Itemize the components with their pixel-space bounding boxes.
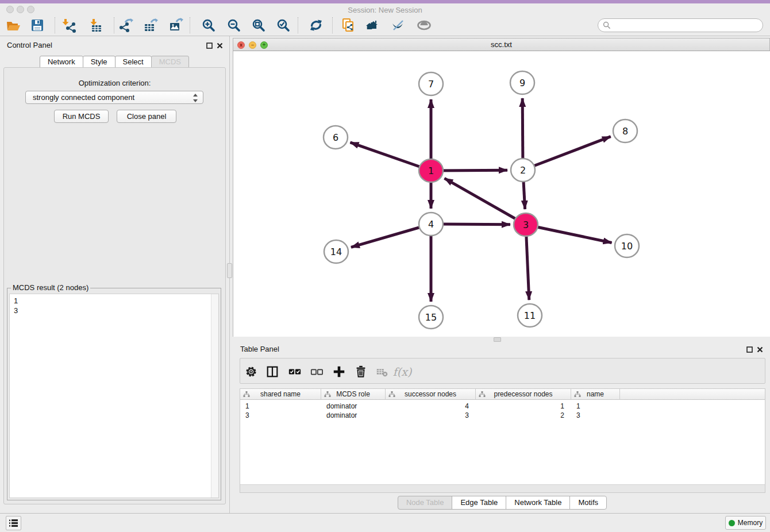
tab-network[interactable]: Network [40, 56, 83, 68]
graph-node-label: 9 [519, 78, 525, 88]
table-row[interactable]: 3dominator323 [240, 411, 765, 420]
style-preview-button[interactable] [390, 17, 407, 34]
optimization-criterion-select[interactable]: strongly connected component [25, 91, 203, 104]
column-header-successor-nodes[interactable]: successor nodes [386, 389, 476, 400]
tab-select[interactable]: Select [115, 56, 152, 68]
control-panel-title: Control Panel [7, 41, 52, 49]
graph-node-4[interactable]: 4 [419, 213, 443, 236]
home-layout-button[interactable] [365, 17, 382, 34]
graph-node-label: 8 [622, 126, 628, 137]
import-table-button[interactable] [87, 17, 104, 34]
graph-node-label: 4 [428, 219, 434, 230]
network-window-titlebar[interactable]: x – + scc.txt [233, 38, 770, 51]
run-mcds-label: Run MCDS [63, 112, 101, 121]
search-icon [603, 21, 611, 29]
clone-network-icon [341, 18, 356, 33]
zoom-out-button[interactable] [225, 17, 242, 34]
style-eye-icon [391, 18, 406, 33]
task-history-button[interactable] [6, 516, 21, 530]
select-all-columns-button[interactable] [287, 364, 303, 380]
memory-status-icon [729, 520, 735, 526]
column-header-name[interactable]: name [571, 389, 620, 400]
tab-network-table[interactable]: Network Table [506, 496, 570, 510]
export-table-button[interactable] [142, 17, 159, 34]
zoom-fit-button[interactable] [250, 17, 267, 34]
add-row-button[interactable] [331, 364, 347, 380]
graph-edge-3-1[interactable] [444, 178, 526, 225]
tab-motifs[interactable]: Motifs [569, 496, 607, 510]
open-folder-icon [6, 18, 21, 33]
control-panel-float-button[interactable] [206, 42, 213, 49]
home-icon [365, 18, 382, 33]
column-label: predecessor nodes [494, 390, 552, 398]
table-settings-button[interactable] [243, 364, 259, 380]
tab-mcds[interactable]: MCDS [151, 56, 189, 68]
delete-table-icon [375, 365, 389, 379]
memory-button[interactable]: Memory [725, 516, 766, 530]
graph-node-9[interactable]: 9 [510, 71, 534, 94]
eye-icon [416, 18, 432, 33]
memory-label: Memory [738, 519, 763, 527]
graph-node-10[interactable]: 10 [615, 234, 639, 257]
zoom-in-button[interactable] [200, 17, 217, 34]
table-row[interactable]: 1dominator411 [240, 402, 765, 411]
toolbar-separator [190, 17, 190, 33]
graph-node-1[interactable]: 1 [419, 159, 443, 182]
clone-network-button[interactable] [340, 17, 357, 34]
graph-edge-1-6[interactable] [350, 142, 431, 171]
hierarchy-icon [388, 391, 395, 398]
graph-edge-3-10[interactable] [526, 225, 612, 242]
graph-node-7[interactable]: 7 [419, 72, 443, 95]
result-scrollbar[interactable] [211, 294, 218, 498]
search-field[interactable] [598, 18, 763, 32]
open-session-button[interactable] [5, 17, 22, 34]
column-header-predecessor-nodes[interactable]: predecessor nodes [476, 389, 571, 400]
control-panel-close-button[interactable] [216, 42, 223, 49]
graph-node-label: 2 [520, 165, 526, 176]
table-horizontal-scrollbar[interactable] [240, 484, 765, 492]
table-panel-tabs: Node TableEdge TableNetwork TableMotifs [240, 496, 765, 510]
zoom-selected-button[interactable] [275, 17, 292, 34]
tab-style[interactable]: Style [83, 56, 116, 68]
graph-edge-2-8[interactable] [523, 137, 611, 170]
graph-node-11[interactable]: 11 [518, 304, 542, 327]
show-columns-button[interactable] [264, 364, 280, 380]
graph-node-3[interactable]: 3 [514, 213, 538, 236]
close-panel-button[interactable]: Close panel [117, 110, 176, 123]
graph-node-label: 10 [621, 241, 633, 252]
graph-node-15[interactable]: 15 [419, 306, 443, 329]
column-header-shared-name[interactable]: shared name [240, 389, 321, 400]
tab-edge-table[interactable]: Edge Table [452, 496, 506, 510]
run-mcds-button[interactable]: Run MCDS [54, 110, 109, 123]
column-header-MCDS-role[interactable]: MCDS role [321, 389, 386, 400]
show-graphics-details-button[interactable] [415, 17, 433, 34]
mcds-result-textarea[interactable]: 1 3 [9, 294, 219, 498]
table-panel-close-button[interactable] [756, 346, 763, 353]
graph-node-6[interactable]: 6 [324, 126, 348, 149]
delete-row-button[interactable] [353, 364, 369, 380]
zoom-out-icon [226, 18, 241, 33]
import-network-button[interactable] [61, 17, 78, 34]
table-cell: 3 [571, 411, 620, 420]
tab-node-table[interactable]: Node Table [398, 496, 453, 510]
horizontal-splitter-handle[interactable] [494, 337, 501, 342]
vertical-splitter-handle[interactable] [227, 263, 232, 278]
table-panel-float-button[interactable] [746, 346, 753, 353]
graph-node-2[interactable]: 2 [511, 159, 535, 182]
table-cell: 2 [476, 411, 571, 420]
export-image-button[interactable] [167, 17, 184, 34]
deselect-all-columns-button[interactable] [309, 364, 325, 380]
save-session-button[interactable] [29, 17, 46, 34]
table-cell: dominator [321, 411, 386, 420]
toolbar-separator [298, 17, 298, 33]
network-canvas[interactable]: 7968124314101511 [233, 51, 770, 337]
zoom-in-icon [201, 18, 216, 33]
refresh-layout-button[interactable] [307, 17, 325, 34]
float-icon [746, 346, 753, 353]
export-network-button[interactable] [117, 17, 134, 34]
search-input[interactable] [614, 21, 763, 30]
graph-node-8[interactable]: 8 [613, 119, 637, 142]
gear-icon [244, 365, 258, 379]
graph-node-14[interactable]: 14 [324, 240, 348, 263]
table-cell: 3 [240, 411, 321, 420]
